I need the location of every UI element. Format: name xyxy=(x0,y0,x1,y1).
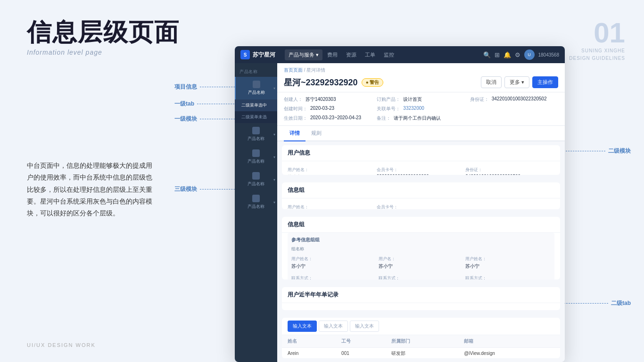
navbar-logo: S 苏宁星河 xyxy=(240,50,275,59)
bell-icon[interactable]: 🔔 xyxy=(504,51,511,58)
meta-creator-label: 创建人： xyxy=(284,96,303,103)
ig1-card-label: 会员卡号： xyxy=(377,204,466,209)
sidebar-item-1[interactable]: 产品名称 ▾ xyxy=(235,77,277,99)
meta-id-value: 342201001003022320502 xyxy=(492,96,547,103)
meta-remark-label: 备注： xyxy=(377,115,391,122)
info-group-1-title: 信息组 xyxy=(282,182,560,198)
annotation-secondary-tab-label: 二级tab xyxy=(611,299,631,307)
sidebar-label-5: 产品名称 xyxy=(248,204,264,210)
page-title-row: 星河~23292932920 ● 警告 取消 更多 ▾ 主操作 xyxy=(284,76,558,88)
user-info-title: 用户信息 xyxy=(282,145,560,161)
user-card-item: 会员卡号： 33223000200239920230 xyxy=(377,165,466,175)
footer-label: UI/UX DESIGN WORK xyxy=(27,342,96,348)
arrow-icon-4: ▾ xyxy=(273,178,275,182)
navbar: S 苏宁星河 产品与服务 ▾ 费用 资源 工单 监控 🔍 ⊞ 🔔 ⚙ U 180… xyxy=(235,46,565,63)
info-group-2: 信息组 参考信息组组 组名称 用户姓名： 苏小宁 用户名： xyxy=(282,217,560,280)
sidebar-section-main: 产品名称 产品名称 ▾ 二级菜单选中 二级菜单未选 产品名称 ▾ xyxy=(235,63,277,217)
sg1-contact1: 联系方式： 1803304022 xyxy=(291,273,377,280)
meta-creator: 创建人： 苏宁14020303 xyxy=(284,95,372,104)
sidebar-subitem-2[interactable]: 二级菜单未选 xyxy=(235,111,277,123)
tab-rules[interactable]: 规则 xyxy=(305,126,327,141)
page-title: 星河~23292932920 ● 警告 xyxy=(284,77,383,88)
ig1-name: 用户姓名： 苏小宁 xyxy=(288,202,377,209)
logo-icon: S xyxy=(240,50,250,59)
meta-product-value: 设计首页 xyxy=(403,96,422,103)
sg1-contact2: 联系方式： 1803304022 xyxy=(379,273,464,280)
sub-section-1-title: 参考信息组组 xyxy=(291,237,551,243)
arrow-icon-3: ▾ xyxy=(273,155,275,159)
table-tab-3[interactable]: 输入文本 xyxy=(350,321,379,332)
sidebar-submenu: 二级菜单选中 二级菜单未选 xyxy=(235,99,277,123)
sg1-uname2: 用户姓名： 苏小宁 xyxy=(465,254,551,272)
user-name-label: 用户姓名： xyxy=(288,167,377,173)
main-title: 信息层级页面 xyxy=(27,19,206,46)
tab-detail[interactable]: 详情 xyxy=(284,126,305,141)
empty-state: 📭 暂无数据 xyxy=(282,303,560,310)
navbar-item-products[interactable]: 产品与服务 ▾ xyxy=(285,49,322,60)
meta-order-value[interactable]: 33232000 xyxy=(403,106,424,112)
sidebar-item-3[interactable]: 产品名称 ▾ xyxy=(235,146,277,168)
meta-id-label: 身份证： xyxy=(470,96,489,103)
sidebar-label-1: 产品名称 xyxy=(248,90,265,96)
annotation-tertiary-module-label: 三级模块 xyxy=(174,185,197,193)
breadcrumb-home[interactable]: 首页页面 xyxy=(284,67,303,73)
annotation-secondary-module-label: 二级模块 xyxy=(608,147,631,155)
main-layout: 产品名称 产品名称 ▾ 二级菜单选中 二级菜单未选 产品名称 ▾ xyxy=(235,63,565,362)
sidebar-icon-2 xyxy=(252,127,260,134)
cell-email: @iView.design xyxy=(458,347,560,358)
cancel-button[interactable]: 取消 xyxy=(481,76,502,88)
sidebar-item-4[interactable]: 产品名称 ▾ xyxy=(235,168,277,191)
table-tab-2[interactable]: 输入文本 xyxy=(319,321,348,332)
sidebar-item-5[interactable]: 产品名称 ▾ xyxy=(235,191,277,214)
col-id: 工号 xyxy=(336,335,386,348)
user-id-value: 342201001003022320502 xyxy=(465,174,554,175)
sidebar-icon-4 xyxy=(252,172,260,180)
meta-product-label: 订购产品： xyxy=(377,96,400,103)
user-card-label: 会员卡号： xyxy=(377,167,466,173)
sub-group-grid-1: 用户姓名： 苏小宁 用户名： 苏小宁 用户姓名： 苏小宁 xyxy=(291,254,551,280)
table-tab-1[interactable]: 输入文本 xyxy=(288,321,317,332)
annotation-project-info-label: 项目信息 xyxy=(174,83,197,91)
navbar-brand: 苏宁星河 xyxy=(253,51,275,59)
page-actions: 取消 更多 ▾ 主操作 xyxy=(481,76,558,88)
meta-effective-label: 生效日期： xyxy=(284,115,307,122)
sub-group-name-1: 组名称 用户姓名： 苏小宁 用户名： 苏小宁 用户姓名： xyxy=(291,246,551,280)
table-row: Arein 001 研发部 @iView.design xyxy=(282,347,560,358)
ui-mockup: S 苏宁星河 产品与服务 ▾ 费用 资源 工单 监控 🔍 ⊞ 🔔 ⚙ U 180… xyxy=(235,46,565,362)
cell-id: 001 xyxy=(336,347,386,358)
sidebar-label-2: 产品名称 xyxy=(248,136,264,142)
sg1-name-value: 苏小宁 xyxy=(291,263,377,270)
navbar-item-orders[interactable]: 工单 xyxy=(361,49,379,60)
sub-section-1: 参考信息组组 组名称 用户姓名： 苏小宁 用户名： 苏小宁 xyxy=(288,233,554,280)
more-button[interactable]: 更多 ▾ xyxy=(504,76,529,88)
gear-icon[interactable]: ⚙ xyxy=(515,51,520,58)
info-group-1: 信息组 ● 用户姓名： 苏小宁 会员卡号： 332230002002399202… xyxy=(282,182,560,209)
brand-name: SUNING XINGHEDESIGN GUIDELINES xyxy=(569,47,625,62)
primary-action-button[interactable]: 主操作 xyxy=(532,76,558,88)
content-area: 首页页面 / 星河详情 星河~23292932920 ● 警告 取消 更多 ▾ … xyxy=(277,63,565,362)
user-name-value: 苏小宁 xyxy=(288,174,377,175)
user-avatar[interactable]: U xyxy=(524,49,535,60)
navbar-item-resources[interactable]: 资源 xyxy=(342,49,360,60)
sg1-username-label: 用户名： xyxy=(379,256,464,262)
annotation-primary-tab-label: 一级tab xyxy=(174,100,194,108)
page-title-text: 星河~23292932920 xyxy=(284,77,358,88)
info-group-2-title: 信息组 xyxy=(282,217,560,233)
table-body: Arein 001 研发部 @iView.design Arein 001 研发… xyxy=(282,347,560,358)
navbar-item-monitor[interactable]: 监控 xyxy=(380,49,398,60)
apps-icon[interactable]: ⊞ xyxy=(495,51,500,58)
sidebar-subitem-1[interactable]: 二级菜单选中 xyxy=(235,99,277,111)
meta-product: 订购产品： 设计首页 xyxy=(377,95,465,104)
sidebar-item-2[interactable]: 产品名称 ▾ xyxy=(235,123,277,146)
arrow-icon-2: ▾ xyxy=(273,132,275,137)
sg1-username-value: 苏小宁 xyxy=(379,263,464,270)
page-header: 首页页面 / 星河详情 星河~23292932920 ● 警告 取消 更多 ▾ … xyxy=(277,63,565,92)
meta-create-time-label: 创建时间： xyxy=(284,106,307,112)
search-icon[interactable]: 🔍 xyxy=(483,51,491,58)
col-name: 姓名 xyxy=(282,335,336,348)
meta-id: 身份证： 342201001003022320502 xyxy=(470,95,558,104)
meta-order: 关联单号： 33232000 xyxy=(377,105,465,113)
meta-effective: 生效日期： 2020-03-23~2020-04-23 xyxy=(284,114,372,123)
navbar-item-fees[interactable]: 费用 xyxy=(323,49,341,60)
user-info-grid: 用户姓名： 苏小宁 会员卡号： 33223000200239920230 身份证… xyxy=(282,161,560,175)
